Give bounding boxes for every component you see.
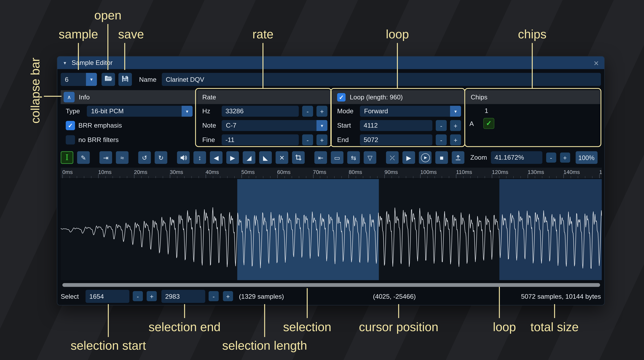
loop-checkbox[interactable]: ✓ bbox=[337, 93, 346, 101]
zoom-input[interactable]: 41.1672% bbox=[491, 151, 542, 164]
chevron-down-icon[interactable]: ▼ bbox=[182, 106, 192, 117]
hz-decrease-button[interactable]: - bbox=[302, 106, 313, 117]
ruler-tick bbox=[84, 176, 84, 178]
crossfade-loop-button[interactable]: ⤫ bbox=[386, 151, 399, 164]
ruler-tick bbox=[513, 176, 514, 178]
zoom-out-button[interactable]: - bbox=[546, 152, 556, 162]
note-select[interactable]: C-7 ▼ bbox=[222, 120, 328, 131]
zoom-in-button[interactable]: + bbox=[560, 152, 570, 162]
loop-start-input[interactable]: 4112 bbox=[360, 120, 432, 131]
normalize-button[interactable]: ↕ bbox=[194, 151, 206, 164]
loop-start-increase-button[interactable]: + bbox=[450, 120, 461, 131]
loop-end-increase-button[interactable]: + bbox=[450, 134, 461, 145]
ruler-tick bbox=[520, 176, 521, 178]
preview-button[interactable]: ▶ bbox=[402, 151, 415, 164]
filter-button[interactable]: ▽ bbox=[364, 151, 376, 164]
trim-button[interactable] bbox=[292, 151, 304, 164]
stop-button[interactable]: ■ bbox=[435, 151, 448, 164]
apply-silence-button[interactable]: ▭ bbox=[331, 151, 344, 164]
brr-emphasis-checkbox[interactable]: ✓ bbox=[66, 121, 75, 130]
annotation-sample: sample bbox=[59, 28, 98, 41]
selection-end-input[interactable]: 2983 bbox=[162, 290, 205, 303]
ruler-tick bbox=[263, 176, 263, 178]
chevron-down-icon[interactable]: ▼ bbox=[316, 120, 328, 131]
screenshot: open sample save rate loop chips collaps… bbox=[0, 0, 644, 360]
fine-decrease-button[interactable]: - bbox=[302, 134, 313, 145]
zoom-reset-button[interactable]: 100% bbox=[576, 151, 597, 164]
no-brr-filters-checkbox[interactable] bbox=[66, 135, 75, 144]
ruler-tick bbox=[463, 176, 464, 178]
selection-end-increase-button[interactable]: + bbox=[223, 291, 233, 301]
fine-input[interactable]: -11 bbox=[222, 134, 299, 145]
fade-out-icon: ◣ bbox=[263, 154, 268, 161]
fine-increase-button[interactable]: + bbox=[316, 134, 328, 145]
name-input[interactable]: Clarinet DQV bbox=[162, 73, 601, 86]
waveform-display[interactable] bbox=[61, 179, 602, 280]
loop-end-decrease-button[interactable]: - bbox=[436, 134, 447, 145]
annotation-loop-bottom: loop bbox=[493, 320, 516, 334]
ruler-tick bbox=[578, 176, 578, 178]
crossfade-button[interactable]: ⇆ bbox=[347, 151, 360, 164]
sample-number-select[interactable]: 6 ▼ bbox=[61, 73, 97, 86]
save-icon bbox=[122, 75, 128, 84]
ruler-tick bbox=[356, 176, 356, 178]
play-button[interactable]: ▶ bbox=[419, 151, 432, 164]
amplify-button[interactable] bbox=[177, 151, 190, 164]
ruler-tick bbox=[585, 176, 585, 178]
selection-start-increase-button[interactable]: + bbox=[147, 291, 157, 301]
fade-in-button[interactable]: ◢ bbox=[243, 151, 256, 164]
reverse-button[interactable]: ◀ bbox=[210, 151, 222, 164]
note-row: Note C-7 ▼ bbox=[197, 118, 332, 132]
ruler-tick bbox=[549, 176, 550, 178]
window-collapse-icon[interactable]: ▼ bbox=[63, 60, 67, 65]
resample-button[interactable]: ≈ bbox=[116, 151, 128, 164]
ruler-tick bbox=[570, 176, 571, 178]
fade-out-button[interactable]: ◣ bbox=[259, 151, 272, 164]
ruler-tick bbox=[62, 174, 63, 178]
save-button[interactable] bbox=[118, 73, 132, 86]
close-icon[interactable]: × bbox=[594, 58, 599, 67]
info-collapse-button[interactable]: ∧ bbox=[64, 92, 74, 102]
ruler-tick bbox=[470, 176, 471, 178]
resize-icon: ⇥ bbox=[103, 154, 108, 161]
hz-increase-button[interactable]: + bbox=[316, 106, 328, 117]
hz-input[interactable]: 33286 bbox=[222, 106, 299, 117]
loop-end-input[interactable]: 5072 bbox=[360, 134, 432, 145]
timeline-ruler[interactable]: 0ms10ms20ms30ms40ms50ms60ms70ms80ms90ms1… bbox=[61, 168, 602, 178]
ruler-tick bbox=[406, 176, 406, 178]
open-button[interactable] bbox=[102, 73, 115, 86]
ruler-label: 110ms bbox=[456, 169, 472, 175]
scrollbar-thumb[interactable] bbox=[62, 283, 600, 287]
delete-button[interactable]: ✕ bbox=[276, 151, 288, 164]
selection-start-input[interactable]: 1654 bbox=[86, 290, 129, 303]
undo-button[interactable]: ↺ bbox=[138, 151, 151, 164]
loop-mode-select[interactable]: Forward ▼ bbox=[360, 106, 461, 117]
draw-mode-button[interactable]: ✎ bbox=[77, 151, 90, 164]
chevron-down-icon[interactable]: ▼ bbox=[450, 106, 461, 117]
fine-row: Fine -11 - + bbox=[197, 133, 332, 147]
ruler-tick bbox=[198, 176, 199, 178]
note-label: Note bbox=[202, 122, 218, 130]
select-mode-button[interactable]: I bbox=[61, 151, 73, 164]
ruler-tick bbox=[98, 174, 98, 178]
ruler-tick bbox=[563, 174, 564, 178]
type-select[interactable]: 16-bit PCM ▼ bbox=[87, 106, 192, 117]
chip-enabled-checkbox[interactable]: ✓ bbox=[484, 118, 494, 129]
titlebar[interactable]: ▼ Sample Editor × bbox=[57, 56, 604, 69]
loop-end-label: End bbox=[337, 136, 356, 144]
ruler-tick bbox=[528, 174, 528, 178]
ruler-tick bbox=[442, 176, 442, 178]
export-button[interactable] bbox=[452, 151, 464, 164]
insert-silence-button[interactable]: ⇤ bbox=[314, 151, 327, 164]
horizontal-scrollbar[interactable] bbox=[61, 282, 602, 288]
invert-button[interactable]: ▶ bbox=[226, 151, 239, 164]
selection-start-decrease-button[interactable]: - bbox=[133, 291, 143, 301]
resize-button[interactable]: ⇥ bbox=[100, 151, 112, 164]
loop-start-decrease-button[interactable]: - bbox=[436, 120, 447, 131]
ruler-tick bbox=[434, 176, 435, 178]
redo-button[interactable]: ↻ bbox=[155, 151, 167, 164]
selection-end-decrease-button[interactable]: - bbox=[209, 291, 219, 301]
chevron-down-icon[interactable]: ▼ bbox=[86, 73, 97, 86]
annotation-total-size: total size bbox=[530, 320, 578, 334]
annotation-loop-top: loop bbox=[386, 28, 409, 41]
